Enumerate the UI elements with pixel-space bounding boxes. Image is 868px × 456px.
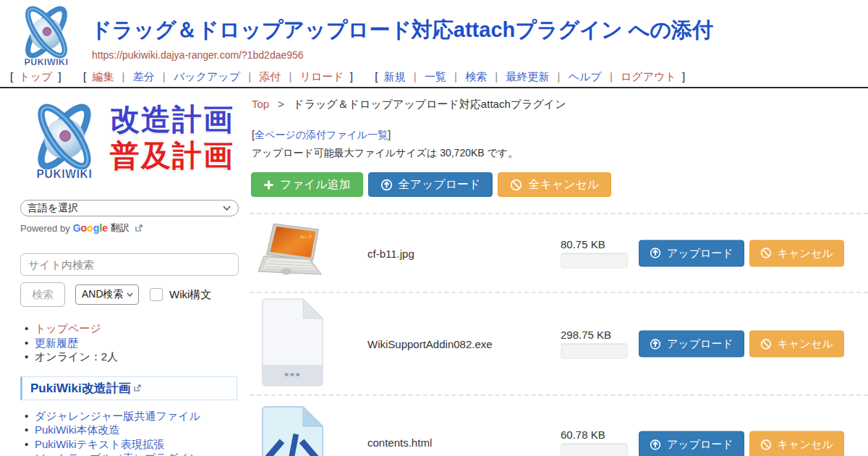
nav-item-diff[interactable]: 差分 — [133, 70, 155, 83]
nav-item-list[interactable]: 一覧 — [425, 70, 446, 83]
nav-bracket: [ — [10, 70, 13, 83]
circle-arrow-up-icon — [380, 179, 393, 191]
list-item: トップページ — [25, 323, 239, 335]
file-size-block: 298.75 KB — [561, 329, 628, 359]
main-nav: [ トップ ] [ 編集 | 差分 | バックアップ | 添付 | リロード ]… — [7, 70, 688, 84]
ban-icon — [510, 179, 522, 191]
google-logo: Google — [73, 222, 108, 234]
chevron-down-icon — [223, 206, 231, 211]
add-files-button[interactable]: ファイル追加 — [251, 172, 363, 197]
page-url-link[interactable]: https://pukiwiki.dajya-ranger.com/?1bd2d… — [92, 49, 304, 61]
nav-bracket: [ — [375, 70, 378, 83]
upload-toolbar: ファイル追加 全アップロード 全キャンセル — [251, 172, 868, 197]
upload-all-button[interactable]: 全アップロード — [368, 172, 493, 197]
file-row: WikiSupportAddin082.exe 298.75 KB アップロード — [250, 293, 868, 396]
upload-file-list: b»…8 cf-b11.jpg 80.75 KB アップロード — [250, 213, 868, 456]
cancel-button[interactable]: キャンセル — [749, 240, 844, 266]
nav-item-search[interactable]: 検索 — [465, 70, 487, 83]
upload-progress-bar — [561, 443, 628, 456]
sidebar-plugin-links: ダジャレンジャー版共通ファイル PukiWiki本体改造 PukiWikiテキス… — [20, 410, 239, 456]
sidebar-link-sort-table[interactable]: ソートテーブル（表）プラグイン — [35, 452, 200, 456]
google-translate-attribution: Powered by Google 翻訳 — [20, 221, 239, 235]
nav-separator: | — [289, 70, 292, 83]
nav-bracket: ] — [59, 70, 61, 83]
external-link-icon — [134, 384, 141, 392]
translate-link[interactable]: 翻訳 — [111, 221, 129, 235]
file-row-buttons: アップロード キャンセル — [639, 331, 844, 358]
sidebar-link-common-files[interactable]: ダジャレンジャー版共通ファイル — [35, 410, 200, 422]
sidebar: 改造計画 普及計画 言語を選択 Powered by Google 翻訳 検索 … — [20, 100, 239, 456]
site-search-input[interactable] — [20, 253, 239, 276]
upload-button[interactable]: アップロード — [639, 331, 744, 358]
file-name: contents.html — [367, 436, 432, 449]
breadcrumb-current: ドラッグ＆ドロップアップロード対応attachプラグイン — [293, 98, 566, 110]
sidebar-link-text-ext[interactable]: PukiWikiテキスト表現拡張 — [35, 438, 164, 450]
nav-item-attach[interactable]: 添付 — [259, 70, 281, 83]
nav-item-help[interactable]: ヘルプ — [569, 70, 602, 83]
wiki-syntax-checkbox[interactable] — [150, 288, 163, 301]
nav-separator: | — [558, 70, 561, 83]
file-size: 60.78 KB — [561, 428, 628, 441]
nav-item-recent[interactable]: 最終更新 — [506, 70, 549, 83]
site-logo[interactable] — [13, 3, 80, 69]
pukiwiki-atom-icon — [13, 3, 80, 69]
nav-bracket: [ — [83, 70, 86, 83]
nav-separator: | — [122, 70, 125, 83]
sidebar-link-core-mod[interactable]: PukiWiki本体改造 — [35, 423, 120, 436]
ban-icon — [760, 439, 772, 450]
file-row-buttons: アップロード キャンセル — [639, 431, 844, 456]
page-header: ドラッグ＆ドロップアップロード対応attachプラグイン への添付 https:… — [0, 0, 868, 88]
list-item: オンライン：2人 — [25, 351, 239, 363]
nav-bracket: ] — [350, 70, 353, 83]
plus-icon — [263, 180, 274, 190]
nav-item-edit[interactable]: 編集 — [92, 70, 114, 83]
circle-arrow-up-icon — [650, 338, 661, 350]
banner-line-fukyu: 普及計画 — [110, 138, 234, 174]
cancel-button[interactable]: キャンセル — [749, 331, 844, 358]
nav-separator: | — [610, 70, 613, 83]
nav-item-reload[interactable]: リロード — [300, 70, 344, 83]
nav-separator: | — [248, 70, 251, 83]
max-upload-size-text: アップロード可能最大ファイルサイズは 30,720KB です。 — [252, 147, 868, 160]
nav-item-logout[interactable]: ログアウト — [621, 70, 676, 83]
nav-item-top[interactable]: トップ — [19, 70, 52, 83]
language-select[interactable]: 言語を選択 — [20, 200, 239, 216]
all-pages-attach-list-link[interactable]: 全ページの添付ファイル一覧 — [255, 129, 388, 140]
attach-file-list-row: [全ページの添付ファイル一覧] — [252, 129, 868, 142]
file-name: WikiSupportAddin082.exe — [367, 338, 493, 350]
upload-progress-bar — [561, 253, 628, 269]
circle-arrow-up-icon — [650, 439, 661, 450]
nav-item-new[interactable]: 新規 — [384, 70, 406, 83]
cancel-all-button[interactable]: 全キャンセル — [498, 172, 611, 197]
pukiwiki-atom-icon — [20, 100, 109, 184]
file-size: 80.75 KB — [561, 238, 628, 250]
upload-button[interactable]: アップロード — [639, 431, 744, 456]
svg-text:b»…8: b»…8 — [300, 234, 312, 238]
file-row: b»…8 cf-b11.jpg 80.75 KB アップロード — [250, 214, 868, 293]
nav-separator: | — [495, 70, 498, 83]
powered-by-text: Powered by — [20, 223, 70, 234]
breadcrumb-separator: > — [278, 98, 284, 110]
search-mode-value: AND検索 — [82, 288, 124, 301]
cancel-button[interactable]: キャンセル — [749, 431, 844, 456]
breadcrumb-home-link[interactable]: Top — [252, 98, 269, 110]
sidebar-link-toppage[interactable]: トップページ — [35, 322, 101, 334]
online-count-text: オンライン：2人 — [35, 350, 118, 363]
list-item: ダジャレンジャー版共通ファイル — [25, 410, 239, 423]
sidebar-section-heading: PukiWiki改造計画 — [20, 376, 237, 400]
pukiwiki-kaizo-link[interactable]: PukiWiki改造計画 — [30, 380, 131, 397]
sidebar-site-banner[interactable]: 改造計画 普及計画 — [20, 100, 239, 184]
language-select-value: 言語を選択 — [27, 202, 78, 215]
generic-file-icon — [257, 297, 327, 391]
search-mode-select[interactable]: AND検索 — [75, 284, 139, 305]
upload-progress-bar — [561, 343, 628, 359]
nav-separator: | — [454, 70, 457, 83]
file-row: contents.html 60.78 KB アップロード — [250, 396, 868, 456]
upload-button[interactable]: アップロード — [639, 240, 744, 266]
file-name: cf-b11.jpg — [367, 247, 414, 259]
sidebar-link-history[interactable]: 更新履歴 — [35, 337, 78, 349]
nav-item-backup[interactable]: バックアップ — [174, 70, 240, 83]
chevron-down-icon — [127, 292, 133, 297]
search-button[interactable]: 検索 — [20, 282, 65, 307]
file-row-buttons: アップロード キャンセル — [639, 240, 844, 266]
